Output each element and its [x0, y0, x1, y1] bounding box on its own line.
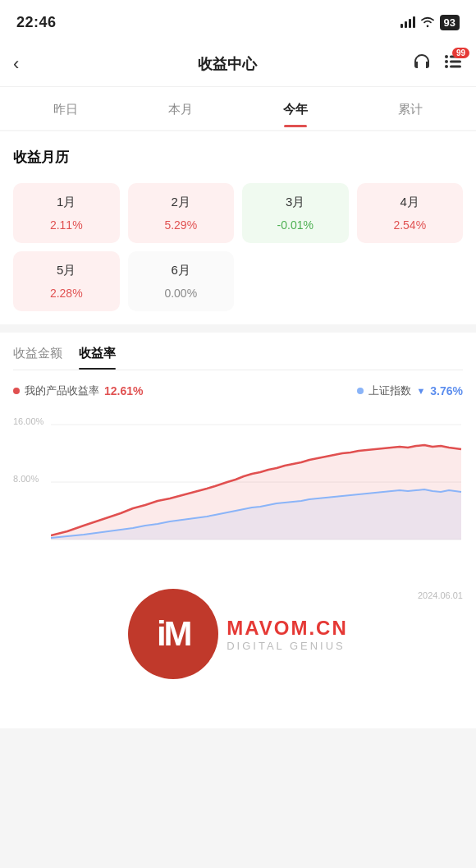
month-pct-3: -0.01% — [247, 218, 344, 232]
tab-thisyear[interactable]: 今年 — [238, 90, 353, 127]
month-grid: 1月 2.11% 2月 5.29% 3月 -0.01% 4月 2.54% 5月 … — [13, 183, 463, 311]
legend-dot-blue — [357, 388, 364, 394]
chart-area: 16.00% 8.00% 2024.06.01 — [13, 408, 463, 589]
svg-rect-2 — [409, 19, 411, 28]
nav-bar: ‹ 收益中心 99 — [0, 41, 476, 87]
y-label-8: 8.00% — [13, 474, 39, 484]
month-name-3: 3月 — [247, 195, 344, 210]
nav-right-icons: 99 — [412, 53, 463, 76]
wifi-icon — [420, 16, 435, 28]
svg-rect-0 — [400, 24, 403, 28]
tab-thismonth[interactable]: 本月 — [123, 90, 238, 127]
legend-my-product: 我的产品收益率 12.61% — [13, 383, 143, 398]
month-cell-7 — [242, 251, 349, 311]
svg-point-4 — [445, 55, 448, 58]
month-pct-6: 0.00% — [133, 287, 230, 300]
watermark-main-text: MAVOM.CN — [227, 617, 348, 640]
tab-cumulative[interactable]: 累计 — [353, 90, 468, 127]
sub-tabs: 收益金额 收益率 — [13, 346, 463, 370]
main-content: 收益月历 1月 2.11% 2月 5.29% 3月 -0.01% 4月 2.54… — [0, 131, 476, 728]
signal-icon — [400, 16, 415, 28]
month-cell-1[interactable]: 1月 2.11% — [13, 183, 120, 243]
month-name-5: 5月 — [18, 263, 115, 278]
month-cell-3[interactable]: 3月 -0.01% — [242, 183, 349, 243]
chart-legend: 我的产品收益率 12.61% 上证指数 ▼ 3.76% — [13, 383, 463, 398]
legend-dot-red — [13, 388, 20, 394]
svg-rect-3 — [413, 16, 415, 28]
status-bar: 22:46 93 — [0, 0, 476, 41]
month-name-1: 1月 — [18, 195, 115, 210]
month-cell-4[interactable]: 4月 2.54% — [357, 183, 464, 243]
tab-yesterday[interactable]: 昨日 — [8, 90, 123, 127]
watermark-im-text: iM — [157, 614, 190, 654]
watermark: iM MAVOM.CN DIGITAL GENIUS — [13, 581, 463, 679]
svg-point-5 — [445, 60, 448, 63]
month-cell-5[interactable]: 5月 2.28% — [13, 251, 120, 311]
tab-bar: 昨日 本月 今年 累计 — [0, 87, 476, 130]
headphone-icon[interactable] — [412, 53, 432, 76]
watermark-sub-text: DIGITAL GENIUS — [227, 640, 348, 652]
svg-point-6 — [445, 65, 448, 68]
sub-tab-amount[interactable]: 收益金额 — [13, 346, 62, 370]
legend-my-label: 我的产品收益率 — [25, 383, 99, 398]
month-cell-6[interactable]: 6月 0.00% — [128, 251, 235, 311]
page-title: 收益中心 — [198, 54, 257, 74]
legend-sh-label: 上证指数 — [368, 383, 411, 398]
month-name-2: 2月 — [133, 195, 230, 210]
legend-sh-value: 3.76% — [430, 384, 463, 397]
calendar-title: 收益月历 — [13, 148, 463, 167]
svg-rect-8 — [450, 60, 461, 62]
month-cell-2[interactable]: 2月 5.29% — [128, 183, 235, 243]
month-name-4: 4月 — [362, 195, 459, 210]
chart-section: 收益金额 收益率 我的产品收益率 12.61% 上证指数 ▼ 3.76% 16.… — [0, 333, 476, 728]
back-button[interactable]: ‹ — [13, 53, 43, 75]
month-pct-1: 2.11% — [18, 218, 115, 232]
menu-icon[interactable]: 99 — [442, 53, 463, 76]
sub-tab-rate[interactable]: 收益率 — [79, 346, 116, 370]
month-pct-2: 5.29% — [133, 218, 230, 232]
calendar-card: 收益月历 1月 2.11% 2月 5.29% 3月 -0.01% 4月 2.54… — [0, 131, 476, 324]
battery-indicator: 93 — [440, 15, 460, 30]
month-pct-5: 2.28% — [18, 287, 115, 300]
status-icons: 93 — [400, 15, 460, 30]
legend-sh-index: 上证指数 ▼ 3.76% — [357, 383, 463, 398]
arrow-down-icon: ▼ — [416, 386, 425, 396]
svg-rect-1 — [405, 21, 407, 28]
watermark-text-block: MAVOM.CN DIGITAL GENIUS — [227, 617, 348, 652]
watermark-logo: iM — [128, 589, 218, 679]
status-time: 22:46 — [16, 14, 57, 31]
legend-my-value: 12.61% — [104, 384, 143, 397]
month-name-6: 6月 — [133, 263, 230, 278]
svg-rect-9 — [450, 65, 461, 67]
chart-date-label: 2024.06.01 — [418, 590, 463, 600]
notification-badge: 99 — [452, 48, 469, 58]
month-pct-4: 2.54% — [362, 218, 459, 232]
chart-svg — [51, 408, 476, 572]
y-label-16: 16.00% — [13, 416, 43, 426]
month-cell-8 — [357, 251, 464, 311]
